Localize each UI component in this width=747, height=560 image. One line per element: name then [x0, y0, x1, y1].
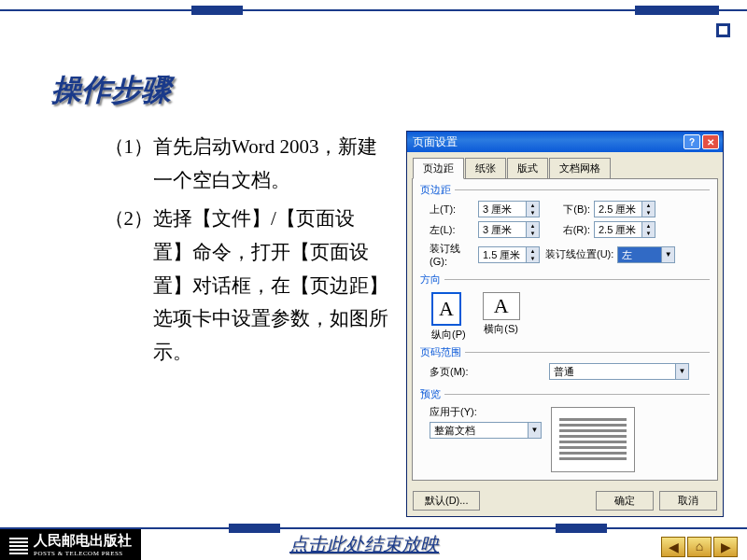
nav-next-button[interactable]: ▶ [713, 537, 738, 557]
label-apply: 应用于(Y): [430, 405, 542, 419]
tab-layout[interactable]: 版式 [507, 158, 548, 178]
page-setup-dialog: 页面设置 ? ✕ 页边距 纸张 版式 文档网格 页边距 上(T): 3 厘米▲▼… [406, 131, 724, 517]
step-2: （2）选择【文件】/【页面设置】命令，打开【页面设置】对话框，在【页边距】选项卡… [75, 203, 392, 369]
input-bottom[interactable]: 2.5 厘米▲▼ [594, 201, 655, 217]
nav-prev-button[interactable]: ◀ [661, 537, 685, 557]
decoration-square [716, 23, 730, 37]
input-right[interactable]: 2.5 厘米▲▼ [594, 221, 655, 238]
publisher-icon [9, 536, 28, 554]
input-left[interactable]: 3 厘米▲▼ [478, 221, 540, 238]
chevron-down-icon: ▼ [528, 423, 541, 438]
input-top[interactable]: 3 厘米▲▼ [478, 201, 540, 217]
orientation-portrait[interactable]: A 纵向(P) [431, 292, 466, 342]
dialog-titlebar[interactable]: 页面设置 ? ✕ [407, 132, 723, 152]
step-1: （1）首先启动Word 2003，新建一个空白文档。 [75, 131, 392, 197]
slide-body: （1）首先启动Word 2003，新建一个空白文档。 （2）选择【文件】/【页面… [75, 131, 392, 375]
slide-title: 操作步骤 [51, 70, 171, 111]
label-left: 左(L): [430, 223, 474, 237]
chevron-down-icon: ▼ [661, 247, 674, 262]
label-top: 上(T): [430, 203, 474, 217]
chevron-down-icon: ▼ [675, 364, 688, 379]
close-icon[interactable]: ✕ [702, 134, 719, 149]
publisher-logo: 人民邮电出版社 POSTS & TELECOM PRESS [0, 529, 141, 560]
input-gutter[interactable]: 1.5 厘米▲▼ [478, 246, 540, 263]
input-gutter-pos[interactable]: 左▼ [617, 246, 675, 263]
group-margins: 页边距 [420, 183, 451, 197]
dialog-tabs: 页边距 纸张 版式 文档网格 [407, 152, 723, 178]
dialog-title: 页面设置 [411, 134, 682, 150]
help-icon[interactable]: ? [684, 134, 700, 149]
input-apply[interactable]: 整篇文档▼ [430, 422, 542, 439]
tab-margins[interactable]: 页边距 [413, 158, 464, 179]
tab-grid[interactable]: 文档网格 [549, 158, 611, 178]
input-multipage[interactable]: 普通▼ [549, 363, 689, 380]
label-multipage: 多页(M): [430, 365, 486, 379]
tab-paper[interactable]: 纸张 [465, 158, 506, 178]
label-gutter: 装订线(G): [430, 242, 474, 267]
end-slideshow-link[interactable]: 点击此处结束放映 [289, 532, 439, 557]
cancel-button[interactable]: 取消 [659, 491, 717, 511]
group-pages: 页码范围 [420, 345, 461, 359]
nav-home-button[interactable]: ⌂ [687, 537, 712, 557]
group-preview: 预览 [420, 387, 441, 401]
ok-button[interactable]: 确定 [596, 491, 654, 511]
orientation-landscape[interactable]: A 横向(S) [483, 292, 520, 342]
default-button[interactable]: 默认(D)... [413, 491, 480, 511]
group-orientation: 方向 [420, 273, 441, 287]
label-bottom: 下(B): [543, 203, 590, 217]
preview-thumbnail [551, 407, 635, 472]
label-gutter-pos: 装订线位置(U): [545, 247, 613, 261]
label-right: 右(R): [543, 223, 590, 237]
